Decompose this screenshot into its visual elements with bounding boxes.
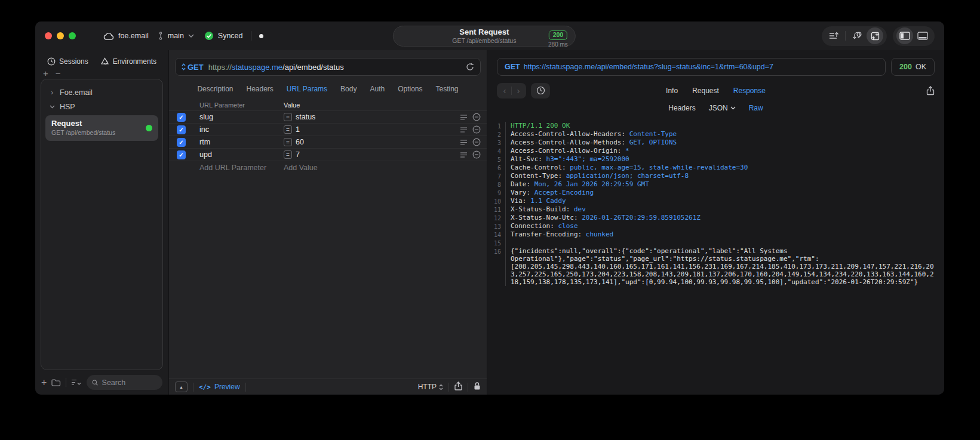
add-value-placeholder[interactable]: Add Value xyxy=(284,164,454,172)
remove-row-icon[interactable] xyxy=(472,113,481,121)
param-value[interactable]: 7 xyxy=(296,150,300,159)
request-editor-panel: GET https://statuspage.me/api/embed/stat… xyxy=(169,50,487,395)
collapse-panel-icon[interactable]: ▲ xyxy=(175,381,188,392)
row-menu-icon[interactable] xyxy=(460,152,468,158)
param-checkbox[interactable]: ✓ xyxy=(177,138,186,147)
add-session-icon[interactable]: + xyxy=(43,68,48,78)
tab-request[interactable]: Request xyxy=(692,87,719,95)
remove-session-icon[interactable]: − xyxy=(56,68,61,78)
param-checkbox[interactable]: ✓ xyxy=(177,150,186,159)
minimize-window-button[interactable] xyxy=(57,32,64,39)
tab-body[interactable]: Body xyxy=(340,85,357,93)
tab-environments[interactable]: Environments xyxy=(100,57,156,66)
response-line: 16{"incidents":null,"overall":{"code":"o… xyxy=(490,247,937,286)
response-body[interactable]: 1HTTP/1.1 200 OK2Access-Control-Allow-He… xyxy=(487,118,944,395)
tab-response[interactable]: Response xyxy=(733,87,766,95)
request-order-icon[interactable] xyxy=(825,27,842,44)
new-request-icon[interactable]: + xyxy=(41,377,47,388)
param-name[interactable]: upd xyxy=(199,150,284,159)
param-name[interactable]: inc xyxy=(199,125,284,134)
param-checkbox[interactable]: ✓ xyxy=(177,125,186,134)
lock-icon[interactable] xyxy=(474,381,481,392)
response-tabs: InfoRequestResponse xyxy=(487,87,944,95)
url-host[interactable]: statuspage.me xyxy=(232,63,282,72)
subtab-raw[interactable]: Raw xyxy=(749,104,763,112)
export-icon[interactable] xyxy=(926,86,935,96)
request-url-bar[interactable]: GET https://statuspage.me/api/embed/stat… xyxy=(175,58,481,76)
row-menu-icon[interactable] xyxy=(460,127,468,133)
share-icon[interactable] xyxy=(454,381,462,392)
remove-row-icon[interactable] xyxy=(472,125,481,134)
send-to-editor-icon[interactable] xyxy=(867,27,883,44)
subtab-headers[interactable]: Headers xyxy=(668,104,695,112)
response-line: 8Date: Mon, 26 Jan 2026 20:29:59 GMT xyxy=(490,180,937,189)
response-line: 9Vary: Accept-Encoding xyxy=(490,189,937,197)
response-line: 7Content-Type: application/json; charset… xyxy=(490,172,937,180)
method-selector[interactable]: GET xyxy=(182,63,204,72)
dynamic-values-icon[interactable] xyxy=(849,27,865,44)
param-value[interactable]: 1 xyxy=(296,125,300,134)
param-value[interactable]: 60 xyxy=(296,138,304,146)
protocol-selector[interactable]: HTTP xyxy=(418,383,443,391)
response-status-box: 200 OK xyxy=(891,58,935,76)
param-row: ✓rtm=60 xyxy=(169,136,487,149)
preview-button[interactable]: </> Preview xyxy=(199,383,240,391)
row-menu-icon[interactable] xyxy=(460,139,468,146)
new-folder-icon[interactable] xyxy=(51,379,61,386)
tab-sessions[interactable]: Sessions xyxy=(47,57,88,66)
url-path[interactable]: /api/embed/status xyxy=(282,63,344,72)
url-scheme[interactable]: https:// xyxy=(208,63,232,72)
equals-icon: = xyxy=(284,138,292,146)
tree-item-hsp[interactable]: HSP xyxy=(45,100,158,114)
titlebar: foe.email main Synced Sent Request GET /… xyxy=(35,21,944,50)
param-name[interactable]: rtm xyxy=(199,138,284,146)
search-input[interactable] xyxy=(102,379,157,387)
tab-url-params[interactable]: URL Params xyxy=(287,85,327,93)
unsaved-indicator-dot xyxy=(259,34,263,38)
app-window: foe.email main Synced Sent Request GET /… xyxy=(35,21,944,395)
project-name[interactable]: foe.email xyxy=(118,32,149,40)
line-number: 5 xyxy=(490,155,505,164)
tab-testing[interactable]: Testing xyxy=(436,85,459,93)
tab-headers[interactable]: Headers xyxy=(246,85,273,93)
branch-name[interactable]: main xyxy=(168,32,184,40)
tab-options[interactable]: Options xyxy=(398,85,422,93)
sent-request-url[interactable]: GET https://statuspage.me/api/embed/stat… xyxy=(497,58,886,76)
request-list-item[interactable]: Request GET /api/embed/status xyxy=(45,115,158,141)
row-menu-icon[interactable] xyxy=(460,114,468,121)
remove-row-icon[interactable] xyxy=(472,150,481,159)
param-name[interactable]: slug xyxy=(199,113,284,121)
response-line: 5Alt-Svc: h3=":443"; ma=2592000 xyxy=(490,155,937,164)
line-number: 3 xyxy=(490,139,505,147)
tab-description[interactable]: Description xyxy=(197,85,233,93)
tab-info[interactable]: Info xyxy=(666,87,678,95)
remove-row-icon[interactable] xyxy=(472,138,481,146)
chevron-down-icon xyxy=(730,106,736,110)
status-code-badge: 200 xyxy=(549,30,568,40)
param-value[interactable]: status xyxy=(296,113,315,121)
search-field[interactable] xyxy=(87,375,162,390)
response-line: 4Access-Control-Allow-Origin: * xyxy=(490,147,937,155)
param-checkbox[interactable]: ✓ xyxy=(177,113,186,122)
tab-auth[interactable]: Auth xyxy=(370,85,385,93)
chevron-down-icon[interactable] xyxy=(188,34,194,38)
chevron-right-icon[interactable]: › xyxy=(49,88,55,97)
param-row: ✓inc=1 xyxy=(169,124,487,136)
equals-icon: = xyxy=(284,150,292,159)
chevron-down-icon[interactable] xyxy=(49,105,55,109)
line-number: 14 xyxy=(490,230,505,239)
method-dropdown-icon xyxy=(182,63,186,70)
sent-request-pill[interactable]: Sent Request GET /api/embed/status 200 2… xyxy=(393,26,576,47)
add-param-row[interactable]: Add URL Parameter Add Value xyxy=(169,161,487,174)
param-table-header: URL Parameter Value xyxy=(169,100,487,111)
zoom-window-button[interactable] xyxy=(69,32,76,39)
reload-icon[interactable] xyxy=(466,63,474,71)
add-param-placeholder[interactable]: Add URL Parameter xyxy=(199,164,284,172)
sort-list-icon[interactable] xyxy=(71,379,82,386)
close-window-button[interactable] xyxy=(45,32,52,39)
param-rows: ✓slug=status✓inc=1✓rtm=60✓upd=7 xyxy=(169,111,487,161)
subtab-json[interactable]: JSON xyxy=(709,104,736,112)
tree-item-foe-email[interactable]: › Foe.email xyxy=(45,85,158,100)
toggle-bottom-panel-icon[interactable] xyxy=(914,27,931,44)
toggle-sidebar-icon[interactable] xyxy=(896,27,913,44)
